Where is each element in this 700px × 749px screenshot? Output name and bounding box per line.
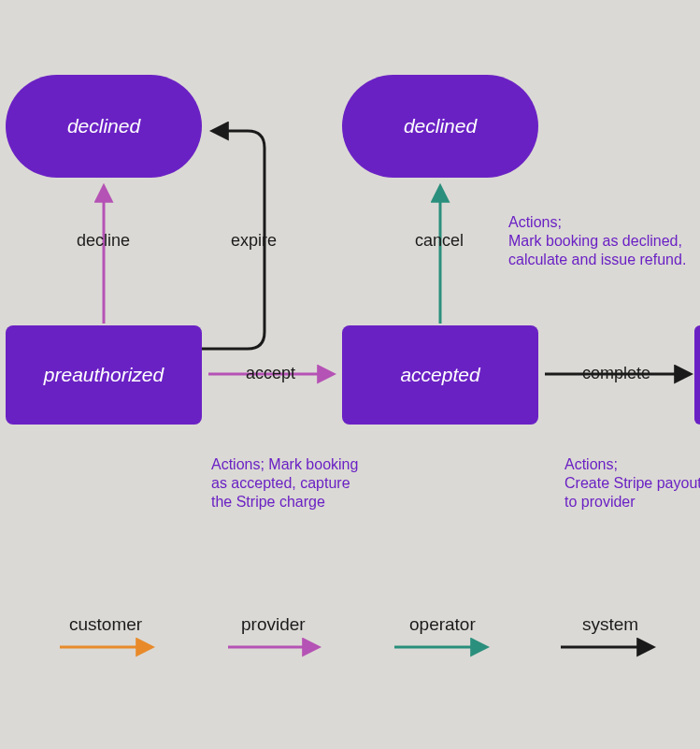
state-accepted: accepted xyxy=(342,325,538,425)
state-label: declined xyxy=(67,115,140,137)
state-label: accepted xyxy=(400,364,479,386)
edge-decline-label: decline xyxy=(77,231,130,251)
edge-expire-label: expire xyxy=(231,231,277,251)
edge-complete-label: complete xyxy=(582,364,650,383)
legend-operator-label: operator xyxy=(409,614,476,635)
state-declined-left: declined xyxy=(6,75,202,178)
state-declined-right: declined xyxy=(342,75,538,178)
legend-system-label: system xyxy=(582,614,638,635)
edge-cancel-label: cancel xyxy=(415,231,464,251)
edge-accept-label: accept xyxy=(246,364,295,383)
note-accept: Actions; Mark booking as accepted, captu… xyxy=(211,455,375,511)
legend-customer-label: customer xyxy=(69,614,142,635)
state-label: preauthorized xyxy=(44,364,164,386)
note-complete: Actions; Create Stripe payout to provide… xyxy=(564,455,700,511)
state-preauthorized: preauthorized xyxy=(6,325,202,425)
note-cancel: Actions; Mark booking as declined, calcu… xyxy=(508,213,700,269)
state-label: declined xyxy=(404,115,477,137)
legend-provider-label: provider xyxy=(241,614,306,635)
state-next-partial xyxy=(694,325,700,425)
